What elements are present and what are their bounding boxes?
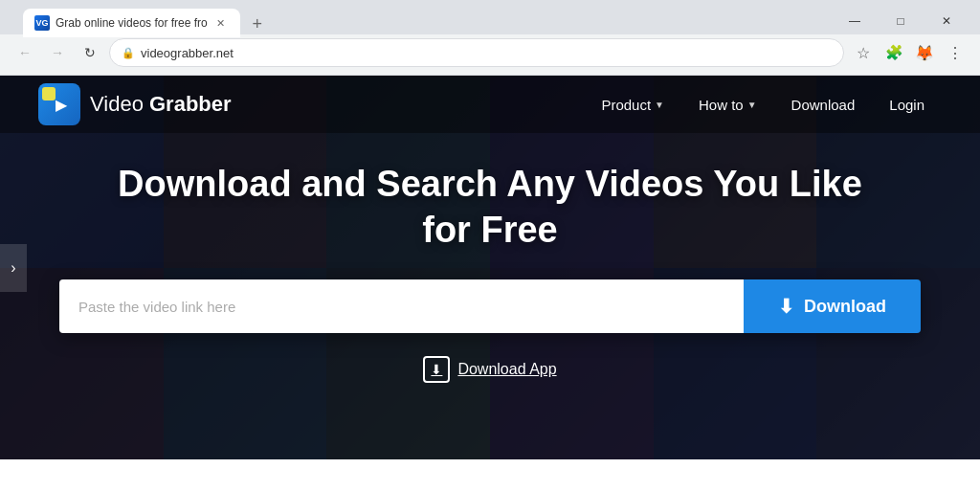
hero-title: Download and Search Any Videos You Like … [98,162,882,253]
logo-icon [38,83,80,125]
hero-section: Download and Search Any Videos You Like … [0,133,980,383]
carousel-prev-button[interactable]: › [0,244,27,292]
title-bar: VG Grab online videos for free fro ✕ + —… [0,0,980,34]
logo-icon-accent [42,87,56,100]
nav-links: Product ▼ How to ▼ Download Login [584,89,942,121]
extensions-icon: 🧩 [885,44,903,61]
site-logo[interactable]: Video Grabber [38,83,232,125]
chevron-right-icon: › [11,259,15,277]
tab-favicon: VG [34,15,50,31]
download-app-label: Download App [457,361,556,378]
nav-login[interactable]: Login [872,89,942,121]
tab-bar: VG Grab online videos for free fro ✕ + [11,5,282,37]
bookmark-button[interactable]: ☆ [850,39,877,66]
tab-close-button[interactable]: ✕ [213,15,229,31]
new-tab-button[interactable]: + [244,11,271,37]
close-button[interactable]: ✕ [924,8,969,34]
tab-title: Grab online videos for free fro [56,16,208,30]
star-icon: ☆ [857,44,870,62]
app-download-icon: ⬇ [423,356,450,383]
browser-chrome: VG Grab online videos for free fro ✕ + —… [0,0,980,76]
browser-tab[interactable]: VG Grab online videos for free fro ✕ [23,9,240,37]
download-app-link[interactable]: ⬇ Download App [423,356,556,383]
download-icon: ⬇ [778,295,794,318]
nav-product-label: Product [601,97,651,113]
logo-text: Video Grabber [90,92,232,117]
profile-button[interactable]: 🦊 [911,39,938,66]
download-button[interactable]: ⬇ Download [744,279,921,333]
logo-text-bold: Grabber [149,92,232,116]
window-controls: — □ ✕ [833,8,969,34]
address-bar-row: ← → ↻ 🔒 videograbber.net ☆ 🧩 🦊 ⋮ [0,34,980,75]
address-bar[interactable]: 🔒 videograbber.net [109,38,844,67]
extensions-button[interactable]: 🧩 [880,39,907,66]
product-chevron-icon: ▼ [655,100,664,110]
url-text: videograbber.net [141,46,832,60]
nav-product[interactable]: Product ▼ [584,89,681,121]
search-bar: ⬇ Download [59,279,921,333]
nav-download[interactable]: Download [774,89,873,121]
nav-download-label: Download [791,97,856,113]
address-bar-actions: ☆ 🧩 🦊 ⋮ [850,39,969,66]
video-url-input[interactable] [59,279,744,333]
maximize-button[interactable]: □ [879,8,923,34]
nav-how-to-label: How to [699,97,744,113]
forward-button[interactable]: → [44,39,71,66]
refresh-button[interactable]: ↻ [77,39,103,66]
minimize-button[interactable]: — [833,8,877,34]
profile-icon: 🦊 [915,44,934,62]
menu-button[interactable]: ⋮ [942,39,969,66]
download-button-label: Download [804,297,886,317]
back-button[interactable]: ← [11,39,38,66]
nav-login-label: Login [889,97,924,113]
website-content: › Video Grabber Product ▼ How to ▼ Downl… [0,76,980,459]
nav-how-to[interactable]: How to ▼ [681,89,774,121]
more-icon: ⋮ [947,44,963,62]
howto-chevron-icon: ▼ [747,100,757,110]
logo-text-normal: Video [90,92,149,116]
site-navigation: Video Grabber Product ▼ How to ▼ Downloa… [0,76,980,133]
lock-icon: 🔒 [122,47,135,59]
